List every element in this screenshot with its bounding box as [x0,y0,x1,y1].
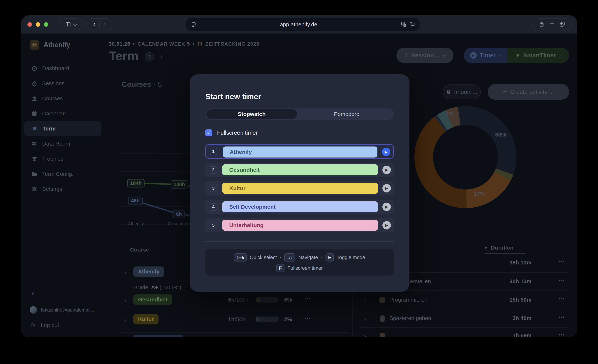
course-grade: Grade: A+ (100.0%) [133,284,181,291]
progress-bar [256,297,279,303]
minimize-window-button[interactable] [36,22,40,27]
course-pill-athenify[interactable]: Athenify [133,267,164,277]
sidebar-item-courses[interactable]: Courses [24,91,101,106]
sidebar-item-term-config[interactable]: Term Config. [24,166,101,181]
start-new-timer-dialog: Start new timer Stopwatch Pomodoro ✓ Ful… [190,74,409,292]
activity-duration: 15h 50m [492,297,532,303]
quick-key-badge: 2 [210,166,217,174]
sidebar-toggle-button[interactable] [59,18,83,30]
course-column-header[interactable]: Course [130,247,149,253]
history-nav-group: ‹ › [86,18,113,30]
timer-course-row-athenify[interactable]: 1 Athenify ▶ [205,144,394,159]
maximize-window-button[interactable] [44,22,49,27]
row-expander-icon[interactable]: › [364,332,366,337]
sidebar-item-trophies[interactable]: Trophies [24,151,101,166]
url-text[interactable]: app.athenify.de [196,21,401,28]
timer-mode-tabs: Stopwatch Pomodoro [205,108,394,120]
row-menu-button[interactable]: ••• [558,314,565,320]
sidebar-item-settings[interactable]: Settings [24,181,101,196]
activity-label: erstellen [410,278,431,284]
help-button[interactable]: ? [145,52,154,61]
progress-fill [256,297,260,303]
close-window-button[interactable] [27,22,32,27]
translate-icon[interactable]: A a [401,21,407,28]
progress-bar [256,316,279,322]
tab-pomodoro[interactable]: Pomodoro [299,108,394,120]
sidebar-item-term[interactable]: Term [24,121,101,136]
row-menu-button[interactable]: ••• [558,296,565,302]
tab-overview-icon[interactable] [559,22,565,27]
row-expander-icon[interactable]: › [364,315,366,322]
quick-key-badge: 5 [210,222,217,229]
collapse-sidebar-button[interactable]: ‹ [32,289,34,298]
create-activity-button[interactable]: + Create activity ... [488,84,569,100]
course-pill[interactable]: Unterhaltung [222,220,378,231]
sidebar-item-calendar[interactable]: Calendar [24,106,101,121]
row-expander-icon[interactable]: › [364,297,366,304]
user-account-row[interactable]: lukasiniho@googlemail... [30,306,94,314]
row-expander-icon[interactable]: › [124,297,126,304]
play-icon[interactable]: ▶ [382,202,391,211]
tab-stopwatch[interactable]: Stopwatch [206,109,297,119]
walking-person-emoji-icon [380,315,385,322]
sidebar-item-data-room[interactable]: Data Room [24,136,101,151]
play-icon[interactable]: ▶ [382,148,390,156]
date-label: 30.01.26 [109,41,130,47]
row-expander-icon[interactable]: › [124,269,126,276]
course-pill-gesundheit[interactable]: Gesundheit [133,294,172,305]
play-icon[interactable]: ▶ [382,184,391,193]
page-title: Term [109,49,138,63]
play-icon[interactable]: ▶ [382,221,391,229]
address-bar[interactable]: app.athenify.de A a ↻ [186,18,420,31]
share-icon[interactable] [539,21,544,27]
sort-caret-icon: ▾ [484,244,487,251]
row-expander-icon[interactable]: › [124,316,126,323]
activity-emoji-icon [380,333,385,337]
kbd-f: F [276,264,284,272]
row-menu-button[interactable]: ••• [558,259,565,264]
timer-button[interactable]: ▶ Timer [464,48,507,63]
folder-icon [32,171,37,177]
activity-duration: 3h 40m [492,315,532,321]
kbd-1-5: 1–5 [234,253,247,261]
clipboard-icon [446,89,451,94]
course-pill[interactable]: Kultur [222,183,378,194]
checkbox-label: Fullscreen timer [217,129,258,136]
timer-course-row-gesundheit[interactable]: 2 Gesundheit ▶ [205,163,394,177]
course-pill[interactable]: Athenify [223,146,377,158]
timer-course-row-unterhaltung[interactable]: 5 Unterhaltung ▶ [205,218,394,232]
reader-view-icon[interactable] [191,22,196,27]
timer-course-row-self-development[interactable]: 4 Self Development ▶ [205,200,394,214]
tracking-label: ZEITTRACKING 2026 [205,41,259,47]
back-button[interactable]: ‹ [93,19,99,29]
divider [205,241,394,242]
fullscreen-checkbox[interactable]: ✓ [205,129,212,136]
forward-button[interactable]: › [100,19,106,29]
logout-button[interactable]: Log out [30,322,59,328]
row-menu-button[interactable]: ••• [305,296,311,302]
course-pill[interactable]: Gesundheit [222,164,378,175]
row-menu-button[interactable]: ••• [305,315,311,321]
course-pill[interactable]: Self Development [222,201,378,212]
row-menu-button[interactable]: ••• [558,332,565,337]
course-pill-kultur[interactable]: Kultur [133,314,158,324]
logout-icon [30,322,36,328]
course-pill-partial[interactable] [133,335,183,337]
donut-label-4: 4% [446,111,454,117]
sidebar-item-sessions[interactable]: Sessions [24,76,101,91]
row-menu-button[interactable]: ••• [558,277,565,283]
course-percent: 6% [284,297,292,303]
import-button[interactable]: Import ... [443,84,481,99]
reload-icon[interactable]: ↻ [410,20,415,28]
course-percent: 2% [284,316,292,323]
new-session-button[interactable]: + Session ... [396,48,453,63]
owl-logo-icon [30,40,39,50]
sidebar-item-dashboard[interactable]: Dashboard [24,61,101,76]
smart-timer-button[interactable]: SmartTimer [507,48,569,63]
duration-column-header[interactable]: ▾ Duration [484,244,514,251]
window-actions-group: + [532,18,572,30]
play-icon[interactable]: ▶ [382,166,391,174]
timer-course-row-kultur[interactable]: 3 Kultur ▶ [205,181,394,195]
new-tab-icon[interactable]: + [549,19,554,28]
data-point-label: 46h [128,197,143,205]
